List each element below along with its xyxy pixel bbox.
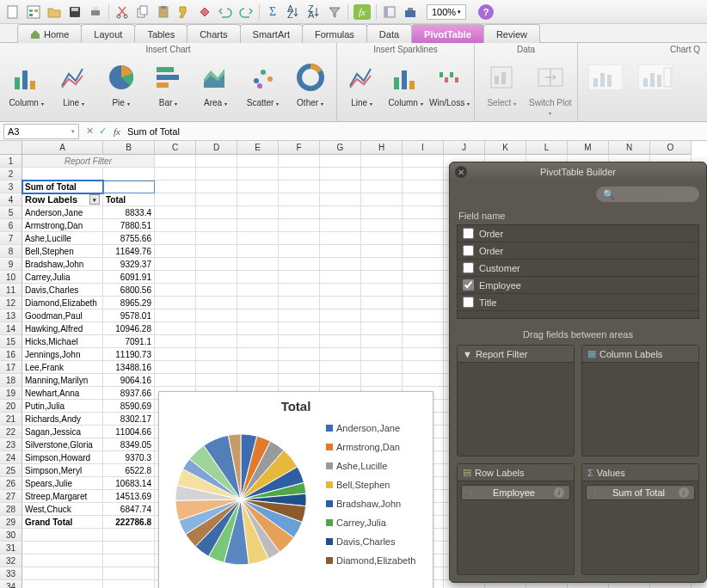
name-box[interactable]: A3▾ [3, 124, 79, 139]
cell[interactable]: Sum of Total [22, 181, 103, 193]
row-header-29[interactable]: 29 [0, 516, 22, 529]
cell[interactable] [237, 322, 279, 335]
col-header-K[interactable]: K [485, 141, 526, 155]
row-header-5[interactable]: 5 [0, 206, 22, 219]
row-header-24[interactable]: 24 [0, 451, 22, 464]
cut-icon[interactable] [114, 4, 130, 20]
cell[interactable] [237, 374, 279, 387]
cell[interactable] [403, 335, 444, 348]
cell[interactable] [320, 309, 361, 322]
ptb-pill-sum-of-total[interactable]: ⋮Sum of Totali [586, 485, 695, 500]
cell[interactable] [403, 374, 444, 387]
ptb-field-title[interactable]: Title [458, 294, 698, 311]
col-header-I[interactable]: I [403, 141, 444, 155]
cell[interactable]: Silverstone,Gloria [22, 438, 103, 451]
cell[interactable] [22, 529, 103, 542]
cell[interactable] [403, 232, 444, 245]
cell[interactable] [237, 232, 279, 245]
filter-icon[interactable] [327, 4, 342, 20]
row-header-30[interactable]: 30 [0, 529, 22, 542]
cell[interactable]: Hawking,Alfred [22, 322, 103, 335]
cell[interactable]: 11190.73 [103, 348, 155, 361]
cell[interactable] [196, 168, 237, 181]
cell[interactable] [361, 361, 403, 374]
cell[interactable] [361, 374, 403, 387]
cell[interactable]: Bell,Stephen [22, 245, 103, 258]
checkbox[interactable] [463, 297, 474, 308]
template-icon[interactable] [26, 4, 41, 20]
formula-input[interactable] [126, 124, 707, 139]
row-header-16[interactable]: 16 [0, 348, 22, 361]
col-header-A[interactable]: A [22, 141, 103, 155]
cell[interactable] [196, 361, 237, 374]
cell[interactable]: 6800.56 [103, 284, 155, 297]
row-header-9[interactable]: 9 [0, 258, 22, 271]
cell[interactable]: Simpson,Howard [22, 451, 103, 464]
row-header-15[interactable]: 15 [0, 335, 22, 348]
cell[interactable] [155, 258, 196, 271]
cell[interactable] [320, 193, 361, 206]
cell[interactable] [361, 168, 403, 181]
cell[interactable] [361, 245, 403, 258]
cell[interactable] [279, 374, 320, 387]
cell[interactable] [403, 309, 444, 322]
ribbon-btn-win-loss[interactable]: Win/Loss ▾ [428, 57, 470, 119]
row-header-4[interactable]: 4 [0, 193, 22, 206]
cell[interactable] [237, 155, 279, 168]
cell[interactable] [196, 232, 237, 245]
col-header-L[interactable]: L [526, 141, 568, 155]
col-header-E[interactable]: E [237, 141, 279, 155]
row-header-3[interactable]: 3 [0, 181, 22, 193]
cell[interactable] [237, 245, 279, 258]
cell[interactable]: 8349.05 [103, 438, 155, 451]
cell[interactable] [155, 322, 196, 335]
cell[interactable] [361, 309, 403, 322]
cell[interactable] [361, 297, 403, 309]
row-header-11[interactable]: 11 [0, 284, 22, 297]
col-header-C[interactable]: C [155, 141, 196, 155]
chart-layout-2[interactable] [631, 57, 679, 119]
tab-tables[interactable]: Tables [134, 24, 188, 43]
row-header-26[interactable]: 26 [0, 477, 22, 490]
cell[interactable] [279, 297, 320, 309]
cell[interactable] [155, 193, 196, 206]
cell[interactable] [196, 206, 237, 219]
cell[interactable] [361, 335, 403, 348]
cell[interactable] [403, 297, 444, 309]
cell[interactable] [155, 206, 196, 219]
cell[interactable] [279, 284, 320, 297]
cell[interactable] [279, 309, 320, 322]
cell[interactable] [237, 335, 279, 348]
row-header-17[interactable]: 17 [0, 361, 22, 374]
ribbon-btn-line[interactable]: Line ▾ [341, 57, 383, 119]
col-header-F[interactable]: F [279, 141, 320, 155]
cell[interactable] [279, 245, 320, 258]
cell[interactable] [103, 554, 155, 567]
row-header-14[interactable]: 14 [0, 322, 22, 335]
row-header-28[interactable]: 28 [0, 503, 22, 516]
ribbon-btn-other[interactable]: Other ▾ [287, 57, 333, 119]
row-header-34[interactable]: 34 [0, 580, 22, 588]
cell[interactable] [403, 322, 444, 335]
cell[interactable]: Goodman,Paul [22, 309, 103, 322]
cell[interactable]: Row Labels▾ [22, 193, 103, 206]
cell[interactable] [320, 271, 361, 284]
cell[interactable] [196, 284, 237, 297]
row-header-8[interactable]: 8 [0, 245, 22, 258]
cell[interactable] [22, 554, 103, 567]
cell[interactable] [361, 322, 403, 335]
cell[interactable] [155, 181, 196, 193]
cell[interactable] [237, 219, 279, 232]
cell[interactable]: 7091.1 [103, 335, 155, 348]
cell[interactable]: 8755.66 [103, 232, 155, 245]
cell[interactable] [320, 168, 361, 181]
ptb-search-input[interactable] [618, 190, 687, 199]
ribbon-btn-line[interactable]: Line ▾ [51, 57, 96, 119]
cell[interactable] [196, 219, 237, 232]
cell[interactable] [279, 206, 320, 219]
chart-layout-1[interactable] [581, 57, 630, 119]
row-header-2[interactable]: 2 [0, 168, 22, 181]
cell[interactable] [103, 529, 155, 542]
ribbon-btn-column[interactable]: Column ▾ [384, 57, 427, 119]
cell[interactable] [320, 348, 361, 361]
